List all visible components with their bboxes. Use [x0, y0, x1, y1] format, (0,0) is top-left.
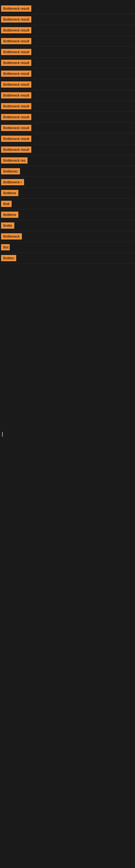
bottleneck-result-badge[interactable]: Bottleneck res [1, 157, 28, 163]
bottleneck-result-badge[interactable]: Bottleneck result [1, 103, 31, 109]
list-item[interactable]: Bottleneck [0, 231, 135, 242]
bottleneck-result-badge[interactable]: Bottleneck result [1, 147, 31, 153]
bottleneck-result-badge[interactable]: Bottlen [1, 255, 16, 261]
bottleneck-result-badge[interactable]: Bottleneck result [1, 82, 31, 88]
list-item[interactable]: Bottlenec [0, 166, 135, 177]
bottleneck-result-badge[interactable]: Bottleneck result [1, 135, 31, 142]
list-item[interactable]: Bottleneck result [0, 3, 135, 14]
bottleneck-result-badge[interactable]: Bottleneck result [1, 5, 31, 12]
list-item[interactable]: Bottleneck result [0, 112, 135, 123]
bottleneck-result-badge[interactable]: Bottleneck result [1, 38, 31, 44]
list-item[interactable]: Bottlene [0, 188, 135, 198]
list-item[interactable]: Bottlen [0, 253, 135, 264]
bottleneck-list: Bottleneck resultBottleneck resultBottle… [0, 3, 135, 264]
empty-space [0, 264, 135, 426]
list-item[interactable]: Bottleneck result [0, 144, 135, 155]
list-item[interactable]: Bottleneck result [0, 68, 135, 79]
bottleneck-result-badge[interactable]: Bottleneck result [1, 114, 31, 120]
bottleneck-result-badge[interactable]: Bottlene [1, 190, 18, 196]
list-item[interactable]: Bottleneck result [0, 123, 135, 133]
bottleneck-result-badge[interactable]: Bottleneck result [1, 125, 31, 131]
list-item[interactable]: Bottleneck res [0, 155, 135, 166]
bottleneck-result-badge[interactable]: Bot [1, 244, 10, 250]
cursor-area [0, 426, 135, 535]
bottleneck-result-badge[interactable]: Bottleneck result [1, 70, 31, 77]
bottleneck-result-badge[interactable]: Bottleneck result [1, 92, 31, 98]
list-item[interactable]: Bottleneck result [0, 79, 135, 90]
list-item[interactable]: Bottleneck result [0, 14, 135, 25]
bottom-space [0, 535, 135, 616]
bottleneck-result-badge[interactable]: Bottleneck result [1, 60, 31, 66]
bottleneck-result-badge[interactable]: Bottlenec [1, 168, 20, 175]
list-item[interactable]: Bottleneck result [0, 36, 135, 46]
list-item[interactable]: Bottleneck result [0, 25, 135, 36]
list-item[interactable]: Bottleneck result [0, 101, 135, 112]
list-item[interactable]: Bot [0, 242, 135, 253]
list-item[interactable]: Bottleneck result [0, 46, 135, 58]
text-cursor [2, 432, 3, 437]
bottleneck-result-badge[interactable]: Bottleneck result [1, 16, 31, 23]
list-item[interactable]: Bottleneck r [0, 177, 135, 188]
list-item[interactable]: Bottleneck result [0, 58, 135, 68]
bottleneck-result-badge[interactable]: Bottle [1, 222, 14, 229]
list-item[interactable]: Bottlene [0, 209, 135, 220]
bottleneck-result-badge[interactable]: Bottleneck [1, 233, 22, 240]
bottleneck-result-badge[interactable]: Bottleneck result [1, 49, 31, 55]
list-item[interactable]: Bott [0, 198, 135, 209]
bottleneck-result-badge[interactable]: Bottleneck result [1, 27, 31, 33]
bottleneck-result-badge[interactable]: Bottleneck r [1, 179, 24, 185]
site-title [0, 0, 135, 3]
list-item[interactable]: Bottle [0, 220, 135, 231]
site-title-bar [0, 0, 135, 3]
bottleneck-result-badge[interactable]: Bott [1, 201, 12, 207]
list-item[interactable]: Bottleneck result [0, 133, 135, 144]
list-item[interactable]: Bottleneck result [0, 90, 135, 101]
bottleneck-result-badge[interactable]: Bottlene [1, 212, 18, 218]
